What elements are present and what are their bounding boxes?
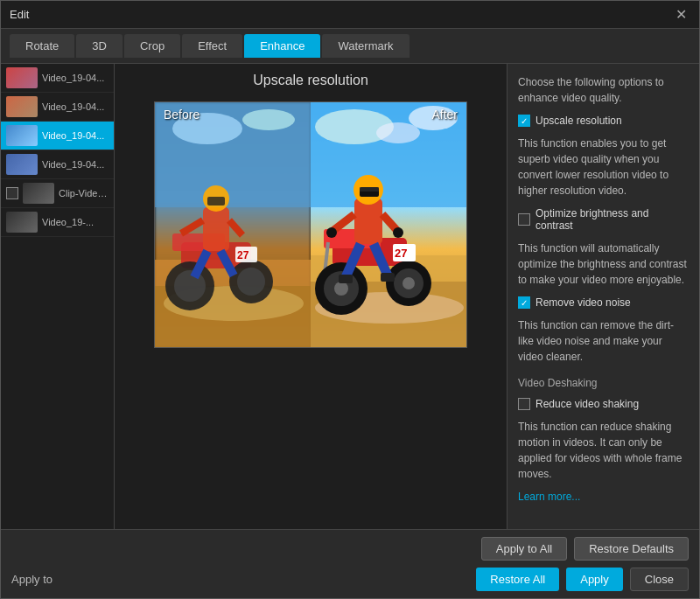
sidebar-item-label-3: Video_19-04... [42, 159, 104, 170]
svg-point-9 [174, 270, 206, 302]
tab-rotate[interactable]: Rotate [10, 34, 74, 58]
svg-rect-37 [354, 199, 382, 244]
tabs-container: Rotate 3D Crop Effect Enhance Watermark [10, 29, 690, 63]
sidebar-item-label-0: Video_19-04... [42, 73, 104, 83]
option-row-upscale: Upscale resolution [518, 115, 689, 127]
svg-point-36 [402, 277, 415, 289]
main-area: Video_19-04... Video_19-04... Video_19-0… [1, 64, 699, 529]
tab-crop[interactable]: Crop [124, 34, 180, 58]
bottom-bar: Apply to All Restore Defaults Apply to R… [1, 529, 699, 598]
option-row-noise: Remove video noise [518, 296, 689, 309]
checkbox-deshaking[interactable] [518, 398, 530, 410]
svg-text:27: 27 [395, 247, 407, 260]
tab-3d[interactable]: 3D [76, 34, 122, 58]
after-label: After [431, 108, 458, 122]
after-image-svg: 27 [311, 102, 466, 347]
svg-rect-48 [381, 273, 395, 282]
right-panel: Choose the following options to enhance … [507, 64, 699, 529]
sidebar-item-1[interactable]: Video_19-04... [1, 93, 114, 122]
bottom-buttons: Restore All Apply Close [476, 568, 689, 591]
sidebar-thumb-4 [23, 183, 54, 204]
bottom-row-2: Apply to Restore All Apply Close [11, 568, 689, 591]
option-label-brightness: Optimize brightness and contrast [536, 207, 689, 232]
dialog-title: Edit [10, 8, 29, 21]
svg-rect-14 [207, 197, 225, 205]
svg-point-24 [376, 122, 420, 143]
svg-line-16 [229, 220, 242, 235]
sidebar-item-2[interactable]: Video_19-04... [1, 122, 114, 150]
svg-rect-47 [339, 275, 353, 283]
svg-point-43 [326, 227, 337, 238]
apply-button[interactable]: Apply [566, 568, 623, 591]
sidebar-item-label-2: Video_19-04... [42, 130, 104, 141]
option-desc-brightness: This function will automatically optimiz… [518, 240, 689, 288]
before-label: Before [164, 108, 200, 122]
sidebar-checkbox-4[interactable] [6, 187, 18, 199]
content-area: Upscale resolution Before [115, 64, 507, 529]
tab-watermark[interactable]: Watermark [322, 34, 409, 58]
checkbox-noise[interactable] [518, 296, 530, 309]
close-button[interactable]: Close [630, 568, 689, 591]
restore-all-button[interactable]: Restore All [476, 568, 559, 591]
option-row-brightness: Optimize brightness and contrast [518, 207, 689, 232]
sidebar-thumb-3 [6, 154, 38, 175]
sidebar-thumb-1 [6, 96, 38, 117]
svg-text:27: 27 [237, 249, 249, 261]
option-desc-upscale: This function enables you to get superb … [518, 136, 689, 199]
bottom-row-1: Apply to All Restore Defaults [11, 537, 689, 561]
tab-effect[interactable]: Effect [182, 34, 242, 58]
sidebar-item-3[interactable]: Video_19-04... [1, 150, 114, 179]
option-label-upscale: Upscale resolution [536, 115, 622, 127]
section-deshaking: Video Deshaking [518, 377, 689, 389]
sidebar-thumb-5 [6, 212, 38, 233]
svg-line-15 [181, 220, 203, 233]
option-row-deshaking: Reduce video shaking [518, 398, 689, 410]
apply-to-all-button[interactable]: Apply to All [481, 537, 567, 561]
sidebar: Video_19-04... Video_19-04... Video_19-0… [1, 64, 115, 529]
content-title: Upscale resolution [253, 73, 368, 88]
before-panel: Before [155, 102, 311, 347]
svg-point-33 [334, 282, 348, 296]
sidebar-item-5[interactable]: Video_19-... [1, 208, 114, 237]
intro-text: Choose the following options to enhance … [518, 74, 689, 106]
tab-bar: Rotate 3D Crop Effect Enhance Watermark [1, 29, 699, 64]
svg-rect-12 [203, 207, 229, 251]
svg-point-2 [242, 109, 295, 130]
sidebar-item-label-1: Video_19-04... [42, 101, 104, 112]
close-icon[interactable]: ✕ [672, 6, 690, 23]
option-desc-deshaking: This function can reduce shaking motion … [518, 419, 689, 482]
checkbox-upscale[interactable] [518, 115, 530, 127]
svg-rect-40 [360, 187, 379, 192]
edit-dialog: Edit ✕ Rotate 3D Crop Effect Enhance Wat… [0, 0, 700, 599]
tab-enhance[interactable]: Enhance [244, 34, 320, 58]
sidebar-item-label-4: Clip-Video_1... [59, 188, 108, 199]
option-label-noise: Remove video noise [536, 296, 631, 309]
after-panel: After [311, 102, 466, 347]
option-label-deshaking: Reduce video shaking [536, 398, 639, 410]
sidebar-item-0[interactable]: Video_19-04... [1, 64, 114, 93]
apply-to-label: Apply to [11, 573, 52, 586]
preview-container: Before [154, 101, 467, 348]
sidebar-item-label-5: Video_19-... [42, 217, 94, 227]
checkbox-brightness[interactable] [518, 213, 530, 226]
learn-more-link[interactable]: Learn more... [518, 491, 689, 503]
before-image-svg: 27 [155, 102, 311, 347]
sidebar-thumb-2 [6, 125, 38, 146]
title-bar: Edit ✕ [1, 1, 699, 29]
svg-point-44 [393, 227, 403, 238]
sidebar-thumb-0 [6, 67, 38, 88]
svg-point-11 [237, 268, 265, 296]
restore-defaults-button[interactable]: Restore Defaults [574, 537, 689, 561]
option-desc-noise: This function can remove the dirt-like v… [518, 317, 689, 365]
sidebar-item-4[interactable]: Clip-Video_1... [1, 179, 114, 208]
